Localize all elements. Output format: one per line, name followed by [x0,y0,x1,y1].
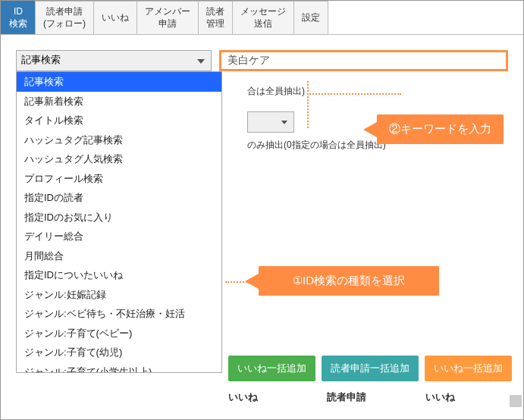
dropdown-item[interactable]: デイリー総合 [17,227,221,246]
callout-arrow-icon [363,122,377,137]
dropdown-item[interactable]: 指定IDについたいいね [17,265,221,285]
tab-reader-request[interactable]: 読者申請 (フォロー) [35,1,94,34]
dropdown-item[interactable]: ハッシュタグ人気検索 [17,149,221,169]
dropdown-item[interactable]: 指定IDの読者 [17,188,221,208]
tab-iine[interactable]: いいね [93,1,137,34]
dropdown-item[interactable]: ジャンル:子育て(幼児) [17,343,221,362]
callout-arrow-icon [245,274,259,289]
dropdown-item[interactable]: 月間総合 [17,246,221,266]
tab-label: ID [9,6,27,18]
dropdown-scroll[interactable]: 記事検索記事新着検索タイトル検索ハッシュタグ記事検索ハッシュタグ人気検索プロフィ… [17,72,221,372]
tab-label: いいね [102,12,129,24]
tab-label: アメンバー [145,6,190,18]
tab-label: 申請 [145,18,190,30]
dropdown-item[interactable]: ジャンル:子育て(ベビー) [17,324,221,343]
dropdown-item[interactable]: ジャンル:子育て(小学生以上) [17,362,221,373]
tab-message-send[interactable]: メッセージ 送信 [232,1,294,34]
tab-label: (フォロー) [43,18,86,30]
tab-label: 管理 [206,18,224,30]
callout-keyword: ②キーワードを入力 [377,114,504,144]
iine-bulk-add-button[interactable]: いいね一括追加 [228,356,315,381]
dropdown-item[interactable]: ジャンル:妊娠記録 [17,285,221,305]
callout-searchtype: ①ID検索の種類を選択 [259,266,439,296]
tab-label: 読者申請 [43,6,86,18]
dropdown-item[interactable]: ハッシュタグ記事検索 [17,130,221,150]
iine-bulk-add-button-2[interactable]: いいね一括追加 [425,356,512,381]
tab-label: 送信 [240,18,286,30]
dropdown-item[interactable]: ジャンル:ベビ待ち・不妊治療・妊活 [17,304,221,324]
callout-text: ①ID検索の種類を選択 [293,274,405,287]
col-reader-request: 読者申請 [327,390,425,404]
callout-text: ②キーワードを入力 [389,122,491,135]
dropdown-item[interactable]: 記事新着検索 [17,92,221,111]
tab-label: 読者 [206,6,224,18]
dropdown-item[interactable]: プロフィール検索 [17,169,221,189]
dropdown-item[interactable]: 記事検索 [17,72,221,92]
count-select[interactable] [247,111,294,133]
scrollbar-icon[interactable] [510,395,522,407]
keyword-input[interactable] [219,50,508,71]
col-iine: いいね [228,390,327,404]
tab-reader-manage[interactable]: 読者 管理 [198,1,233,34]
reader-request-bulk-add-button[interactable]: 読者申請一括追加 [322,356,419,381]
tab-id-search[interactable]: ID 検索 [1,1,36,34]
tab-label: 検索 [9,18,27,30]
table-header: いいね 読者申請 いいね [228,390,524,404]
search-type-dropdown: 記事検索記事新着検索タイトル検索ハッシュタグ記事検索ハッシュタグ人気検索プロフィ… [16,71,222,373]
tab-label: メッセージ [240,6,286,18]
tab-bar: ID 検索 読者申請 (フォロー) いいね アメンバー 申請 読者 管理 メッセ… [1,1,523,35]
tab-label: 設定 [302,12,320,24]
dropdown-item[interactable]: 指定IDのお気に入り [17,208,221,227]
bulk-action-buttons: いいね一括追加 読者申請一括追加 いいね一括追加 [228,356,512,381]
search-type-select[interactable]: 記事検索 [16,50,212,71]
dropdown-item[interactable]: タイトル検索 [17,111,221,130]
select-value: 記事検索 [21,54,61,65]
tab-settings[interactable]: 設定 [293,1,328,34]
tab-amember[interactable]: アメンバー 申請 [136,1,199,34]
